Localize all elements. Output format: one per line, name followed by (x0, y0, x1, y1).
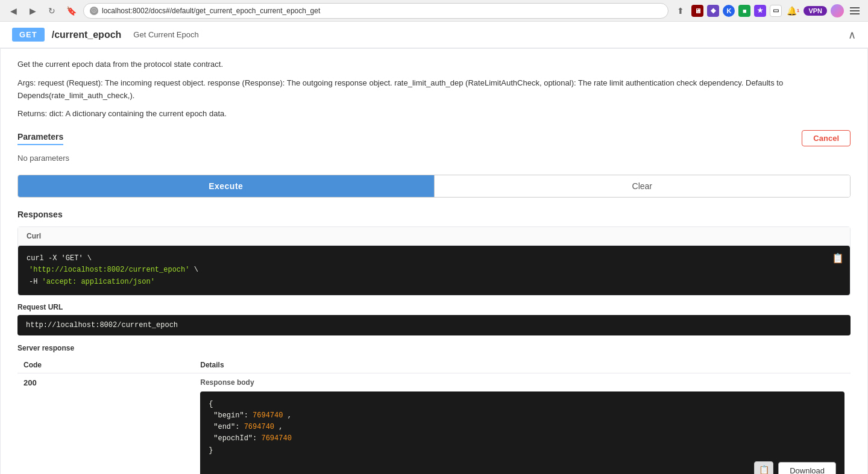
endpoint-header: GET /current_epoch Get Current Epoch ∧ (0, 22, 868, 48)
download-button[interactable]: Download (778, 462, 836, 474)
menu-button[interactable] (848, 5, 862, 17)
server-response-label: Server response (17, 344, 851, 352)
ext-green-icon[interactable]: ■ (738, 5, 750, 17)
execute-button[interactable]: Execute (18, 175, 434, 197)
responses-title: Responses (17, 210, 851, 219)
cancel-button[interactable]: Cancel (802, 130, 851, 146)
forward-button[interactable]: ▶ (25, 4, 40, 18)
endpoint-body: Get the current epoch data from the prot… (0, 48, 868, 474)
collapse-button[interactable]: ∧ (848, 28, 856, 42)
url-text: localhost:8002/docs#/default/get_current… (102, 7, 662, 15)
json-epochid: "epochId": 7694740 (209, 434, 292, 443)
curl-code: curl -X 'GET' \ 'http://localhost:8002/c… (18, 246, 850, 295)
server-response-section: Server response Code Details 200 Respons… (17, 344, 851, 474)
request-url-value: http://localhost:8002/current_epoch (17, 315, 851, 335)
request-url-section: Request URL http://localhost:8002/curren… (17, 303, 851, 335)
json-open: { (209, 400, 213, 408)
vpn-badge[interactable]: VPN (804, 6, 827, 16)
curl-block: Curl curl -X 'GET' \ 'http://localhost:8… (17, 226, 851, 296)
json-epochid-val: 7694740 (261, 434, 291, 443)
response-body-code: { "begin": 7694740 , "end": 7694740 , (200, 391, 844, 474)
no-parameters-text: No parameters (17, 154, 851, 163)
back-button[interactable]: ◀ (6, 4, 20, 18)
ext-purple-icon[interactable]: ◆ (707, 5, 719, 17)
curl-accept-string: 'accept: application/json' (42, 278, 155, 286)
response-details: Response body { "begin": 7694740 , "end"… (194, 373, 851, 474)
server-response-table: Code Details 200 Response body { "begin"… (17, 357, 851, 474)
brave-ext-icon[interactable]: 🖥 (691, 5, 703, 17)
curl-line1: curl -X 'GET' \ (27, 254, 92, 263)
col-details-header: Details (194, 357, 851, 373)
notification-icon[interactable]: 🔔1 (785, 4, 800, 18)
endpoint-description-short: Get Current Epoch (133, 30, 198, 39)
json-begin-val: 7694740 (253, 411, 283, 420)
col-code-header: Code (17, 357, 194, 373)
json-end-val: 7694740 (244, 423, 274, 431)
url-bar[interactable]: ⓘ localhost:8002/docs#/default/get_curre… (83, 3, 668, 19)
method-badge: GET (12, 28, 45, 42)
description-main: Get the current epoch data from the prot… (17, 58, 851, 71)
ext-blue-icon[interactable]: K (723, 5, 735, 17)
download-copy-icon[interactable]: 📋 (754, 461, 773, 474)
browser-chrome: ◀ ▶ ↻ 🔖 ⓘ localhost:8002/docs#/default/g… (0, 0, 868, 22)
parameters-title: Parameters (17, 132, 63, 145)
json-close: } (209, 446, 213, 455)
json-begin-key: "begin": (213, 411, 253, 420)
request-url-label: Request URL (17, 303, 851, 311)
reload-button[interactable]: ↻ (45, 4, 59, 18)
curl-line2: 'http://localhost:8002/current_epoch' \ (27, 266, 198, 274)
curl-line2-plain: \ (194, 266, 198, 274)
action-buttons: Execute Clear (17, 175, 851, 198)
table-row: 200 Response body { "begin": 7694740 , (17, 373, 851, 474)
curl-label: Curl (18, 227, 850, 246)
ext-violet-icon[interactable]: ★ (754, 5, 766, 17)
json-begin: "begin": 7694740 , (209, 411, 292, 420)
json-end-key: "end": (213, 423, 244, 431)
json-end: "end": 7694740 , (209, 423, 283, 431)
share-icon[interactable]: ⬆ (673, 4, 688, 18)
user-avatar[interactable] (831, 4, 844, 17)
response-code: 200 (17, 373, 194, 474)
curl-copy-icon[interactable]: 📋 (832, 252, 844, 267)
clear-button[interactable]: Clear (434, 175, 851, 197)
secure-icon: ⓘ (90, 7, 98, 15)
bookmark-icon[interactable]: 🔖 (64, 4, 78, 18)
description-returns: Returns: dict: A dictionary containing t… (17, 108, 851, 120)
browser-actions: ⬆ 🖥 ◆ K ■ ★ ▭ 🔔1 VPN (673, 4, 862, 18)
response-body-label: Response body (200, 378, 844, 387)
parameters-section-header: Parameters Cancel (17, 130, 851, 146)
description-args: Args: request (Request): The incoming re… (17, 77, 851, 102)
json-epochid-key: "epochId": (213, 434, 261, 443)
curl-line3: -H 'accept: application/json' (27, 278, 155, 286)
curl-url-string: 'http://localhost:8002/current_epoch' (29, 266, 189, 274)
main-content: GET /current_epoch Get Current Epoch ∧ G… (0, 22, 868, 474)
curl-h-flag: -H (29, 278, 42, 286)
download-row: 📋 Download (209, 461, 836, 474)
endpoint-path: /current_epoch (52, 30, 122, 40)
ext-frame-icon[interactable]: ▭ (770, 5, 782, 17)
